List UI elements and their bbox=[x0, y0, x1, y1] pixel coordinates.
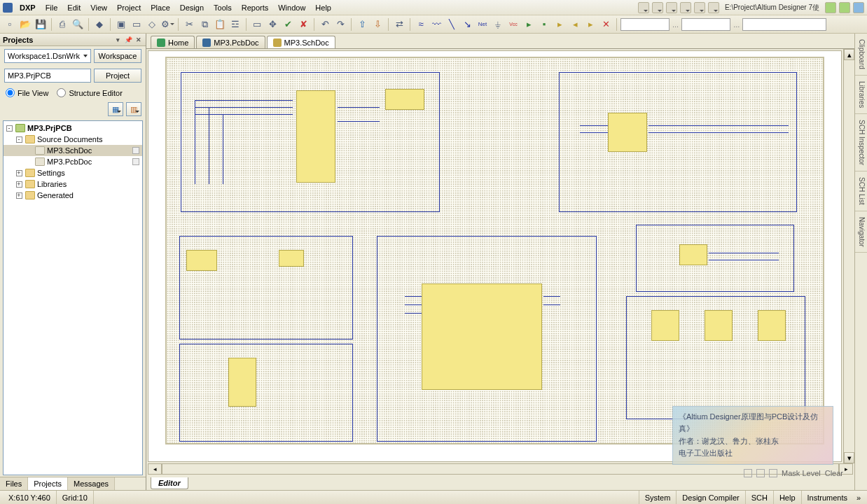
bus-icon[interactable]: 〰 bbox=[429, 18, 443, 31]
clear-icon[interactable]: ✘ bbox=[296, 18, 310, 31]
scroll-up-icon[interactable]: ▴ bbox=[844, 49, 854, 60]
mask-icon-1[interactable] bbox=[744, 469, 752, 477]
noerc-icon[interactable]: ✕ bbox=[599, 18, 613, 31]
zoom-fit-icon[interactable]: ▣ bbox=[114, 18, 128, 31]
select-rect-icon[interactable]: ▭ bbox=[250, 18, 264, 31]
workspace-combo[interactable]: Workspace1.DsnWrk bbox=[4, 49, 91, 63]
port2-icon[interactable]: ▸ bbox=[583, 18, 597, 31]
radio-structure-editor[interactable]: Structure Editor bbox=[57, 88, 122, 97]
stamp-icon[interactable]: ☲ bbox=[228, 18, 242, 31]
project-tree[interactable]: -MP3.PrjPCB-Source DocumentsMP3.SchDocMP… bbox=[3, 120, 143, 475]
panel-pin-icon[interactable]: 📌 bbox=[124, 36, 132, 44]
tree-node[interactable]: +Generated bbox=[4, 190, 142, 201]
menu-file[interactable]: File bbox=[41, 2, 62, 13]
sheetentry-icon[interactable]: ▸ bbox=[553, 18, 567, 31]
preview-icon[interactable]: 🔍 bbox=[71, 18, 85, 31]
home-icon[interactable] bbox=[853, 2, 864, 13]
undo-icon[interactable]: ↶ bbox=[318, 18, 332, 31]
project-button[interactable]: Project bbox=[94, 69, 141, 83]
zoom-area-icon[interactable]: ▭ bbox=[130, 18, 144, 31]
tree-node[interactable]: -Source Documents bbox=[4, 134, 142, 145]
panel-tool-restructure-icon[interactable]: ▦ bbox=[108, 102, 123, 116]
tree-node[interactable]: +Libraries bbox=[4, 178, 142, 190]
radio-file-view[interactable]: File View bbox=[6, 88, 48, 97]
deselect-icon[interactable]: ✔ bbox=[281, 18, 295, 31]
align-dd-icon[interactable] bbox=[652, 2, 663, 13]
move-icon[interactable]: ✥ bbox=[265, 18, 279, 31]
menu-design[interactable]: Design bbox=[176, 2, 208, 13]
grid-dd-icon[interactable] bbox=[708, 2, 719, 13]
doc-tab-mp3-schdoc[interactable]: MP3.SchDoc bbox=[267, 36, 335, 48]
schematic-canvas[interactable] bbox=[148, 50, 842, 462]
rdock-tab-sch-list[interactable]: SCH List bbox=[855, 172, 867, 211]
mask-icon-3[interactable] bbox=[769, 469, 777, 477]
mask-icon-2[interactable] bbox=[756, 469, 765, 477]
rdock-tab-libraries[interactable]: Libraries bbox=[855, 76, 867, 114]
nav-fwd-icon[interactable] bbox=[839, 2, 850, 13]
rdock-tab-clipboard[interactable]: Clipboard bbox=[855, 34, 867, 76]
recent-path[interactable]: E:\Project\Altium Designer 7使 bbox=[722, 3, 822, 13]
scroll-left-icon[interactable]: ◂ bbox=[148, 463, 162, 475]
filter-input[interactable] bbox=[742, 18, 826, 31]
wire-icon[interactable]: ≈ bbox=[414, 18, 428, 31]
menu-view[interactable]: View bbox=[86, 2, 111, 13]
menu-help[interactable]: Help bbox=[311, 2, 335, 13]
print-icon[interactable]: ⎙ bbox=[55, 18, 69, 31]
panel-tab-messages[interactable]: Messages bbox=[68, 477, 115, 490]
menu-dxp[interactable]: DXP bbox=[15, 2, 40, 13]
doc-tab-mp3-pcbdoc[interactable]: MP3.PcbDoc bbox=[196, 36, 265, 48]
open-icon[interactable]: 📂 bbox=[18, 18, 32, 31]
panel-menu-icon[interactable]: ▾ bbox=[113, 36, 122, 44]
port-icon[interactable]: ◂ bbox=[568, 18, 582, 31]
vertical-scrollbar[interactable]: ▴ ▾ bbox=[843, 49, 854, 463]
hierarchy-up-icon[interactable]: ⇧ bbox=[355, 18, 369, 31]
scroll-down-icon[interactable]: ▾ bbox=[844, 452, 854, 463]
nav-back-icon[interactable] bbox=[825, 2, 836, 13]
mask-clear-button[interactable]: Clear bbox=[825, 469, 843, 477]
menu-window[interactable]: Window bbox=[274, 2, 310, 13]
tree-node[interactable]: -MP3.PrjPCB bbox=[4, 122, 142, 134]
status-tab-system[interactable]: System bbox=[639, 491, 677, 504]
save-icon[interactable]: 💾 bbox=[34, 18, 48, 31]
netlabel-icon[interactable]: ↘ bbox=[460, 18, 474, 31]
paste-icon[interactable]: 📋 bbox=[213, 18, 227, 31]
rdock-tab-sch-inspector[interactable]: SCH Inspector bbox=[855, 114, 867, 172]
doc-tab-home[interactable]: Home bbox=[151, 36, 195, 48]
tree-node[interactable]: MP3.PcbDoc bbox=[4, 156, 142, 167]
schematic-sheet[interactable] bbox=[165, 57, 824, 444]
redo-icon[interactable]: ↷ bbox=[333, 18, 347, 31]
menu-edit[interactable]: Edit bbox=[63, 2, 85, 13]
status-tab-help[interactable]: Help bbox=[773, 491, 801, 504]
status-more-icon[interactable]: » bbox=[853, 493, 864, 502]
cut-icon[interactable]: ✂ bbox=[182, 18, 196, 31]
editor-tab[interactable]: Editor bbox=[151, 477, 188, 489]
place-dd-icon[interactable] bbox=[666, 2, 677, 13]
zoom-sel-icon[interactable]: ◇ bbox=[145, 18, 159, 31]
project-field[interactable]: MP3.PrjPCB bbox=[4, 69, 91, 83]
status-tab-design-compiler[interactable]: Design Compiler bbox=[676, 491, 744, 504]
net-icon[interactable]: Net bbox=[476, 18, 490, 31]
status-tab-instruments[interactable]: Instruments bbox=[801, 491, 853, 504]
panel-tab-projects[interactable]: Projects bbox=[28, 477, 68, 491]
status-tab-sch[interactable]: SCH bbox=[745, 491, 773, 504]
vcc-icon[interactable]: Vcc bbox=[506, 18, 520, 31]
horizontal-scrollbar[interactable] bbox=[162, 463, 839, 475]
panel-tool-opts-icon[interactable]: ▥ bbox=[126, 102, 141, 116]
shape-dd-icon[interactable] bbox=[694, 2, 705, 13]
part-icon[interactable]: ▸ bbox=[522, 18, 536, 31]
menu-place[interactable]: Place bbox=[146, 2, 174, 13]
busentry-icon[interactable]: ╲ bbox=[445, 18, 459, 31]
crossprobe-icon[interactable]: ⇄ bbox=[392, 18, 406, 31]
copy-icon[interactable]: ⧉ bbox=[197, 18, 211, 31]
compile-icon[interactable]: ◆ bbox=[92, 18, 106, 31]
new-icon[interactable]: ▫ bbox=[3, 18, 17, 31]
jump-input[interactable] bbox=[681, 18, 730, 31]
line-dd-icon[interactable] bbox=[680, 2, 691, 13]
menu-tools[interactable]: Tools bbox=[209, 2, 236, 13]
tree-node[interactable]: +Settings bbox=[4, 167, 142, 178]
sheet-icon[interactable]: ▪ bbox=[537, 18, 551, 31]
menu-reports[interactable]: Reports bbox=[237, 2, 273, 13]
rdock-tab-navigator[interactable]: Navigator bbox=[855, 211, 867, 253]
hierarchy-down-icon[interactable]: ⇩ bbox=[370, 18, 384, 31]
layout-dd-icon[interactable] bbox=[638, 2, 649, 13]
